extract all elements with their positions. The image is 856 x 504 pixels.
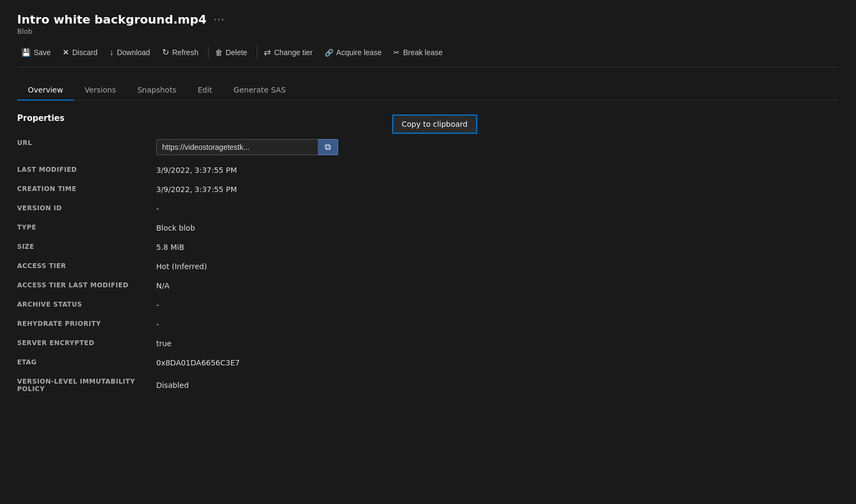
change-tier-button[interactable]: Change tier <box>259 44 320 60</box>
server-encrypted-label: SERVER ENCRYPTED <box>17 334 156 353</box>
save-button[interactable]: Save <box>17 44 58 60</box>
refresh-icon <box>162 47 169 57</box>
download-label: Download <box>117 48 150 57</box>
etag-label: ETAG <box>17 353 156 372</box>
content-area: Properties URL Copy to clipboard <box>17 113 839 398</box>
etag-value: 0x8DA01DA6656C3E7 <box>156 353 839 372</box>
version-id-value: - <box>156 199 839 218</box>
url-input[interactable] <box>156 139 338 155</box>
url-container: Copy to clipboard <box>156 139 338 155</box>
changetier-icon <box>264 47 271 57</box>
last-modified-value: 3/9/2022, 3:37:55 PM <box>156 161 839 180</box>
breaklease-icon <box>393 48 400 57</box>
discard-button[interactable]: Discard <box>58 44 105 60</box>
archive-status-label: ARCHIVE STATUS <box>17 295 156 315</box>
tab-generate-sas[interactable]: Generate SAS <box>223 80 296 101</box>
copy-clipboard-text: Copy to clipboard <box>402 120 468 128</box>
last-modified-label: LAST MODIFIED <box>17 161 156 180</box>
tab-overview[interactable]: Overview <box>17 80 74 101</box>
change-tier-label: Change tier <box>274 48 312 57</box>
creation-time-value: 3/9/2022, 3:37:55 PM <box>156 180 839 199</box>
refresh-label: Refresh <box>172 48 198 57</box>
discard-label: Discard <box>72 48 97 57</box>
acquire-lease-label: Acquire lease <box>337 48 382 57</box>
copy-url-button[interactable] <box>318 139 338 155</box>
archive-status-value: - <box>156 295 839 315</box>
delete-icon <box>215 48 223 57</box>
size-value: 5.8 MiB <box>156 238 839 257</box>
save-label: Save <box>34 48 51 57</box>
url-value: Copy to clipboard <box>156 134 839 161</box>
access-tier-value: Hot (Inferred) <box>156 257 839 276</box>
server-encrypted-value: true <box>156 334 839 353</box>
properties-grid: URL Copy to clipboard <box>17 134 839 398</box>
version-id-label: VERSION ID <box>17 199 156 218</box>
type-value: Block blob <box>156 218 839 238</box>
tabs: Overview Versions Snapshots Edit Generat… <box>17 80 839 101</box>
acquirelease-icon <box>325 48 333 57</box>
version-level-immutability-label: VERSION-LEVEL IMMUTABILITY POLICY <box>17 372 156 398</box>
discard-icon <box>63 48 69 57</box>
break-lease-button[interactable]: Break lease <box>389 44 450 60</box>
rehydrate-priority-label: REHYDRATE PRIORITY <box>17 315 156 334</box>
tab-snapshots[interactable]: Snapshots <box>127 80 187 101</box>
download-button[interactable]: Download <box>105 44 157 60</box>
url-label: URL <box>17 134 156 161</box>
page-subtitle: Blob <box>17 27 839 35</box>
copy-clipboard-tooltip: Copy to clipboard <box>392 114 477 134</box>
separator-2 <box>257 46 257 59</box>
separator-1 <box>208 46 209 59</box>
copy-icon <box>325 142 331 152</box>
version-level-immutability-value: Disabled <box>156 372 839 398</box>
save-icon <box>21 48 30 57</box>
tab-edit[interactable]: Edit <box>187 80 223 101</box>
delete-button[interactable]: Delete <box>211 44 255 60</box>
rehydrate-priority-value: - <box>156 315 839 334</box>
access-tier-last-modified-label: ACCESS TIER LAST MODIFIED <box>17 276 156 295</box>
title-ellipsis[interactable]: ··· <box>213 13 224 26</box>
page-header: Intro white background.mp4 ··· Blob <box>17 13 839 35</box>
access-tier-last-modified-value: N/A <box>156 276 839 295</box>
type-label: TYPE <box>17 218 156 238</box>
refresh-button[interactable]: Refresh <box>158 44 206 60</box>
page-title: Intro white background.mp4 <box>17 13 207 26</box>
download-icon <box>109 48 113 57</box>
break-lease-label: Break lease <box>403 48 442 57</box>
toolbar: Save Discard Download Refresh Delete Cha… <box>17 44 839 67</box>
url-field-wrapper <box>156 139 338 155</box>
delete-label: Delete <box>226 48 247 57</box>
creation-time-label: CREATION TIME <box>17 180 156 199</box>
access-tier-label: ACCESS TIER <box>17 257 156 276</box>
size-label: SIZE <box>17 238 156 257</box>
acquire-lease-button[interactable]: Acquire lease <box>320 44 389 60</box>
tab-versions[interactable]: Versions <box>74 80 127 101</box>
